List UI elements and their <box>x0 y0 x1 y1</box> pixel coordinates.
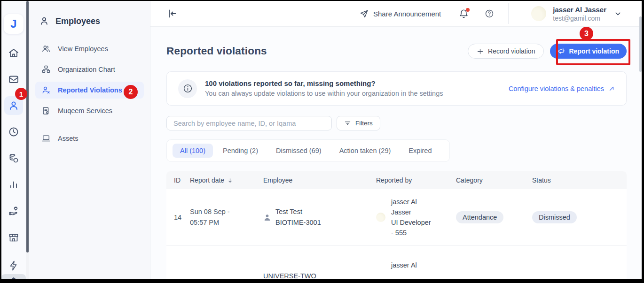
banner-subtitle: You can always update violations to use … <box>205 88 443 99</box>
inbox-icon[interactable] <box>8 74 19 85</box>
sidebar-divider <box>35 126 144 126</box>
tab-dismissed[interactable]: Dismissed (69) <box>268 144 330 158</box>
category-badge: Attendance <box>456 211 503 223</box>
page-title: Reported violations <box>166 45 267 57</box>
violations-table: ID Report date Employee Reported by Cate… <box>166 171 627 279</box>
user-avatar <box>531 6 546 21</box>
sidebar-item-organization-chart[interactable]: Organization Chart <box>35 61 144 78</box>
tab-expired[interactable]: Expired <box>401 144 440 158</box>
reporter-title: UI Developer - 555 <box>391 217 432 238</box>
cell-report-date: Sun 08 Sep - 05:57 PM <box>190 207 263 228</box>
document-icon <box>41 106 51 115</box>
report-violation-highlight <box>556 39 630 65</box>
sidebar-item-label: Muqeem Services <box>58 107 112 115</box>
app-logo[interactable]: J <box>4 14 24 34</box>
plus-icon <box>477 48 484 55</box>
home-icon[interactable] <box>8 47 19 59</box>
external-link-icon <box>608 85 615 92</box>
status-tabs: All (100) Pending (2) Dismissed (69) Act… <box>166 139 450 162</box>
benefits-hand-heart-icon[interactable] <box>8 206 19 217</box>
header-report-date[interactable]: Report date <box>190 176 233 184</box>
reporter-name: jasser Al <box>391 260 432 270</box>
reporter-name: jasser Al Jasser <box>391 197 432 217</box>
sidebar-item-label: Assets <box>58 135 79 142</box>
employees-sidebar: Employees View Employees Organization Ch… <box>29 1 150 279</box>
sidebar-item-view-employees[interactable]: View Employees <box>35 40 144 57</box>
sort-desc-icon <box>227 177 233 184</box>
sidebar-item-label: Reported Violations <box>58 86 122 94</box>
record-violation-button[interactable]: Record violation <box>468 44 544 59</box>
sidebar-item-label: Organization Chart <box>58 66 115 73</box>
sidebar-item-assets[interactable]: Assets <box>35 130 144 147</box>
sidebar-title: Employees <box>55 16 100 26</box>
notifications-bell-icon[interactable] <box>459 9 469 19</box>
laptop-icon <box>41 134 51 143</box>
sidebar-item-muqeem-services[interactable]: Muqeem Services <box>35 102 144 119</box>
status-badge: Dismissed <box>532 211 577 223</box>
rail-scrollbar-thumb[interactable] <box>26 1 29 252</box>
automation-lightning-icon[interactable] <box>8 260 19 271</box>
sidebar-header: Employees <box>39 16 150 26</box>
employee-name: Test Test <box>275 207 321 217</box>
collapse-sidebar-icon[interactable] <box>166 8 178 19</box>
header-employee[interactable]: Employee <box>263 176 376 184</box>
share-announcement-button[interactable]: Share Announcement <box>360 9 441 18</box>
tab-action-taken[interactable]: Action taken (29) <box>331 144 399 158</box>
employee-name-clipped: UNIVERSE-TWO <box>263 253 376 279</box>
user-email: test@gamil.com <box>553 14 606 23</box>
chevron-down-icon <box>614 10 622 18</box>
rail-scrollbar[interactable] <box>26 1 29 279</box>
main-scrollbar-thumb[interactable] <box>639 16 642 72</box>
person-icon <box>39 16 49 26</box>
topbar-divider <box>508 3 509 24</box>
info-icon <box>178 79 197 98</box>
table-row-partial[interactable]: UNIVERSE-TWO jasser Al <box>166 246 627 279</box>
partial-bottom-icon <box>8 276 19 279</box>
help-icon[interactable] <box>485 9 494 18</box>
app-window: J <box>1 1 642 279</box>
topbar: Share Announcement jasser Al Jasser test… <box>150 1 642 27</box>
attendance-clock-icon[interactable] <box>8 126 19 138</box>
cell-employee: Test Test BIOTIME-3001 <box>263 207 376 228</box>
header-id[interactable]: ID <box>166 176 190 184</box>
configure-violations-link[interactable]: Configure violations & penalties <box>509 85 615 92</box>
header-status[interactable]: Status <box>532 176 627 184</box>
person-silhouette-icon <box>263 214 271 222</box>
employee-code: BIOTIME-3001 <box>275 217 321 228</box>
marketplace-store-icon[interactable] <box>8 232 19 243</box>
filters-button[interactable]: Filters <box>337 116 380 130</box>
filter-icon <box>344 120 351 127</box>
table-row[interactable]: 14 Sun 08 Sep - 05:57 PM Test Test BIOTI… <box>166 189 627 246</box>
table-header-row: ID Report date Employee Reported by Cate… <box>166 171 627 189</box>
header-category[interactable]: Category <box>456 176 532 184</box>
tab-all[interactable]: All (100) <box>173 144 213 158</box>
info-banner: 100 violations reported so far, missing … <box>166 71 627 106</box>
person-x-icon <box>41 85 51 95</box>
search-input[interactable] <box>166 116 332 130</box>
header-reported-by[interactable]: Reported by <box>376 176 456 184</box>
org-chart-icon <box>41 65 51 74</box>
cell-reported-by: jasser Al Jasser UI Developer - 555 <box>376 197 456 238</box>
banner-title: 100 violations reported so far, missing … <box>205 78 443 88</box>
tab-pending[interactable]: Pending (2) <box>215 144 266 158</box>
step-3-badge: 3 <box>580 27 593 40</box>
step-1-badge: 1 <box>15 88 27 100</box>
user-menu[interactable]: jasser Al Jasser test@gamil.com <box>531 5 622 23</box>
send-icon <box>360 9 369 18</box>
share-announcement-label: Share Announcement <box>373 10 441 18</box>
icon-rail: J <box>1 1 26 279</box>
user-name: jasser Al Jasser <box>553 5 606 14</box>
notification-dot <box>466 8 470 12</box>
people-icon <box>41 44 51 54</box>
payroll-coins-icon[interactable] <box>8 153 19 164</box>
reports-chart-icon[interactable] <box>8 179 19 190</box>
reporter-avatar <box>376 213 385 222</box>
step-2-badge: 2 <box>124 85 138 99</box>
sidebar-item-label: View Employees <box>58 45 108 53</box>
cell-id: 14 <box>166 214 190 221</box>
